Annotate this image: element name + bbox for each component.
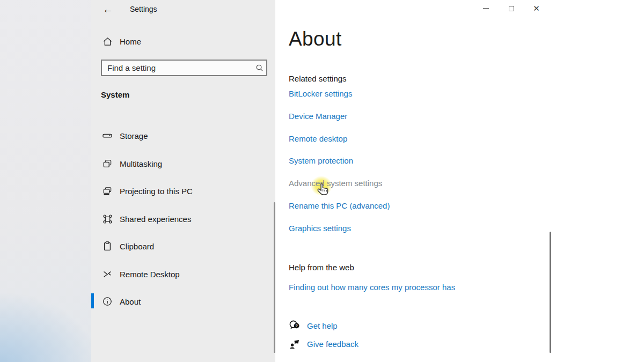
get-help-row[interactable]: ? Get help [289, 320, 338, 331]
back-button[interactable]: ← [99, 1, 117, 17]
home-icon [102, 36, 113, 47]
settings-window: ← Settings Home System [0, 0, 644, 362]
magnifier-icon [252, 64, 266, 72]
sidebar-item-label: Storage [120, 131, 148, 141]
minimize-button[interactable] [473, 0, 499, 17]
sidebar-item-about[interactable]: About [99, 292, 268, 311]
main-content: ✕ About Related settings BitLocker setti… [275, 0, 644, 362]
storage-icon [102, 130, 113, 141]
projecting-icon [102, 186, 113, 196]
sidebar-item-label: Clipboard [120, 242, 154, 251]
sidebar-item-multitasking[interactable]: Multitasking [99, 154, 268, 173]
window-controls: ✕ [473, 0, 549, 17]
give-feedback-icon [289, 338, 301, 350]
sidebar-item-clipboard[interactable]: Clipboard [99, 237, 268, 256]
maximize-icon [509, 6, 514, 11]
sidebar-section-system: System [101, 90, 129, 99]
sidebar-item-label: Home [120, 37, 141, 46]
svg-text:?: ? [295, 323, 298, 328]
close-icon: ✕ [533, 4, 540, 12]
desktop-background-left [0, 0, 91, 362]
selected-item-accent-bar [91, 293, 94, 308]
close-button[interactable]: ✕ [524, 0, 549, 17]
sidebar-item-shared-experiences[interactable]: Shared experiences [99, 209, 268, 228]
help-from-web-header: Help from the web [289, 263, 354, 272]
link-bitlocker-settings[interactable]: BitLocker settings [289, 89, 352, 98]
give-feedback-label: Give feedback [307, 339, 358, 349]
titlebar: ← Settings [91, 0, 275, 21]
link-remote-desktop[interactable]: Remote desktop [289, 134, 347, 143]
sidebar-item-label: Projecting to this PC [120, 187, 193, 196]
sidebar-item-label: Remote Desktop [120, 270, 180, 279]
multitasking-icon [102, 158, 113, 169]
link-advanced-system-settings[interactable]: Advanced system settings [289, 179, 382, 188]
maximize-button[interactable] [499, 0, 524, 17]
link-system-protection[interactable]: System protection [289, 156, 353, 165]
sidebar-item-projecting[interactable]: Projecting to this PC [99, 181, 268, 201]
app-title: Settings [130, 5, 157, 13]
sidebar-item-storage[interactable]: Storage [99, 126, 268, 145]
sidebar-item-remote-desktop[interactable]: Remote Desktop [99, 264, 268, 284]
content-scrollbar[interactable] [550, 232, 551, 353]
link-help-cores[interactable]: Finding out how many cores my processor … [289, 283, 455, 292]
clipboard-icon [102, 241, 113, 252]
link-device-manager[interactable]: Device Manager [289, 112, 347, 121]
sidebar-item-label: Shared experiences [120, 215, 191, 224]
sidebar-item-home[interactable]: Home [99, 32, 260, 50]
get-help-label: Get help [307, 321, 338, 330]
back-arrow-icon: ← [103, 3, 113, 16]
sidebar-item-label: About [120, 297, 141, 306]
shared-experiences-icon [102, 213, 113, 224]
link-rename-this-pc[interactable]: Rename this PC (advanced) [289, 201, 390, 210]
about-icon [102, 296, 113, 307]
give-feedback-row[interactable]: Give feedback [289, 338, 358, 350]
get-help-icon: ? [289, 320, 301, 331]
sidebar-item-label: Multitasking [120, 159, 162, 168]
sidebar: ← Settings Home System [91, 0, 275, 362]
remote-desktop-icon [102, 269, 113, 279]
minimize-icon [483, 8, 489, 9]
page-title: About [289, 28, 342, 50]
link-graphics-settings[interactable]: Graphics settings [289, 224, 351, 233]
search-input[interactable] [102, 63, 252, 72]
related-settings-header: Related settings [289, 74, 347, 83]
search-box[interactable] [101, 60, 267, 76]
